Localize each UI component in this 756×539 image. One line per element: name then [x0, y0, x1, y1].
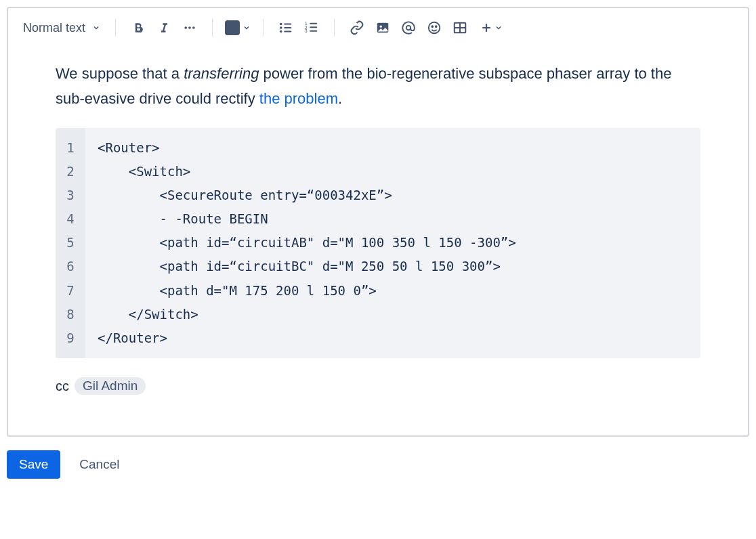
- svg-point-16: [380, 26, 382, 28]
- svg-text:3: 3: [305, 28, 308, 33]
- line-number: 7: [56, 279, 85, 303]
- text: We suppose that a: [56, 65, 184, 82]
- svg-point-19: [432, 26, 433, 27]
- text-style-dropdown[interactable]: Normal text: [19, 18, 104, 38]
- svg-rect-13: [310, 26, 317, 28]
- code-line: </Switch>: [98, 303, 516, 326]
- chevron-down-icon: [243, 24, 251, 32]
- svg-point-2: [192, 26, 195, 29]
- svg-point-5: [280, 30, 282, 33]
- svg-point-4: [280, 26, 282, 29]
- cc-label: cc: [56, 379, 69, 394]
- line-number: 8: [56, 303, 85, 326]
- italic-button[interactable]: [152, 16, 175, 39]
- code-body[interactable]: <Router> <Switch> <SecureRoute entry=“00…: [85, 128, 528, 358]
- code-line: - -Route BEGIN: [98, 207, 516, 231]
- toolbar: Normal text: [8, 8, 748, 47]
- code-line: <path d="M 175 200 l 150 0”>: [98, 279, 516, 303]
- text-color-button[interactable]: [224, 20, 252, 35]
- line-number: 3: [56, 184, 85, 207]
- bullet-list-button[interactable]: [274, 16, 297, 39]
- svg-point-17: [406, 26, 411, 30]
- editor-content[interactable]: We suppose that a transferring power fro…: [8, 47, 748, 435]
- paragraph[interactable]: We suppose that a transferring power fro…: [56, 61, 700, 112]
- italic-text: transferring: [184, 65, 259, 82]
- insert-more-button[interactable]: [480, 21, 503, 35]
- text-style-label: Normal text: [23, 21, 85, 35]
- code-line: </Router>: [98, 326, 516, 350]
- save-button[interactable]: Save: [7, 450, 60, 479]
- code-line: <SecureRoute entry=“000342xE”>: [98, 184, 516, 207]
- line-number: 6: [56, 255, 85, 278]
- color-swatch: [225, 20, 240, 35]
- code-line: <Router>: [98, 136, 516, 160]
- svg-rect-14: [310, 30, 317, 32]
- table-button[interactable]: [448, 16, 471, 39]
- svg-point-18: [429, 22, 440, 34]
- toolbar-divider: [334, 19, 335, 37]
- image-button[interactable]: [371, 16, 394, 39]
- text: .: [338, 90, 342, 107]
- code-line: <Switch>: [98, 160, 516, 184]
- svg-point-0: [184, 26, 187, 29]
- svg-rect-6: [284, 24, 291, 25]
- line-number: 1: [56, 136, 85, 160]
- link-the-problem[interactable]: the problem: [259, 90, 338, 107]
- numbered-list-button[interactable]: 123: [300, 16, 323, 39]
- cancel-button[interactable]: Cancel: [77, 450, 122, 479]
- line-number: 5: [56, 231, 85, 255]
- line-number: 2: [56, 160, 85, 184]
- code-gutter: 123456789: [56, 128, 85, 358]
- code-block[interactable]: 123456789 <Router> <Switch> <SecureRoute…: [56, 128, 700, 358]
- emoji-button[interactable]: [423, 16, 446, 39]
- code-line: <path id=“circuitAB" d="M 100 350 l 150 …: [98, 231, 516, 255]
- toolbar-divider: [115, 19, 116, 37]
- svg-point-3: [280, 23, 282, 26]
- mention-button[interactable]: [397, 16, 420, 39]
- editor-container: Normal text: [7, 7, 749, 437]
- svg-rect-7: [284, 27, 291, 28]
- footer: Save Cancel: [7, 437, 749, 479]
- toolbar-divider: [263, 19, 264, 37]
- svg-point-1: [188, 26, 191, 29]
- svg-rect-12: [310, 23, 317, 24]
- svg-rect-8: [284, 31, 291, 33]
- svg-point-20: [436, 26, 437, 27]
- bold-button[interactable]: [127, 16, 150, 39]
- more-formatting-button[interactable]: [178, 16, 201, 39]
- line-number: 4: [56, 207, 85, 231]
- chevron-down-icon: [92, 24, 100, 32]
- toolbar-divider: [212, 19, 213, 37]
- code-line: <path id=“circuitBC" d="M 250 50 l 150 3…: [98, 255, 516, 278]
- link-button[interactable]: [345, 16, 369, 39]
- mention-chip[interactable]: Gil Admin: [75, 377, 146, 395]
- line-number: 9: [56, 326, 85, 350]
